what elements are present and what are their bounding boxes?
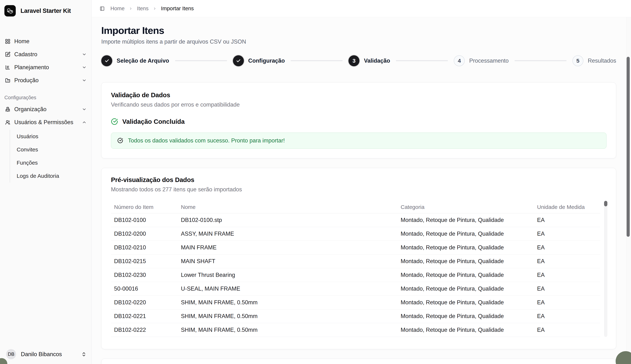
cell-category: Montado, Retoque de Pintura, Qualidade (398, 313, 534, 320)
table-row: DB102-0222 SHIM, MAIN FRAME, 0.50mm Mont… (111, 323, 600, 337)
next-card-partial (101, 359, 616, 364)
table-row: DB102-0215 MAIN SHAFT Montado, Retoque d… (111, 254, 600, 268)
data-preview-card: Pré-visualização dos Dados Mostrando tod… (101, 168, 616, 349)
sidebar-item-label: Home (14, 38, 30, 45)
cell-category: Montado, Retoque de Pintura, Qualidade (398, 272, 534, 278)
app-logo-row[interactable]: Laravel Starter Kit (0, 5, 92, 16)
table-row: DB102-0220 SHIM, MAIN FRAME, 0.50mm Mont… (111, 296, 600, 310)
breadcrumb-current: Importar Itens (161, 6, 194, 12)
table-row: DB102-0200 ASSY, MAIN FRAME Montado, Ret… (111, 227, 600, 241)
cell-unit: EA (534, 244, 600, 251)
page-subtitle: Importe múltiplos itens a partir de arqu… (101, 38, 616, 45)
success-alert-text: Todos os dados validados com sucesso. Pr… (128, 137, 285, 144)
cell-name: U-SEAL, MAIN FRAME (178, 286, 398, 292)
cell-item-number: DB102-0221 (111, 313, 178, 320)
sidebar-item-producao[interactable]: Produção (2, 74, 89, 87)
step-check-icon (101, 55, 112, 66)
validation-card-title: Validação de Dados (111, 91, 606, 99)
cell-name: DB102-0100.stp (178, 217, 398, 224)
sidebar-item-cadastro[interactable]: Cadastro (2, 48, 89, 61)
user-name: Danilo Bibancos (21, 351, 62, 358)
cell-unit: EA (534, 327, 600, 333)
step-label: Validação (364, 58, 390, 64)
table-scrollbar-track[interactable] (604, 200, 608, 337)
preview-table: Número do Item Nome Categoria Unidade de… (111, 201, 606, 337)
page-scrollbar-thumb[interactable] (626, 57, 630, 237)
cell-name: SHIM, MAIN FRAME, 0.50mm (178, 327, 398, 333)
avatar: DB (6, 349, 16, 359)
preview-card-title: Pré-visualização dos Dados (111, 176, 606, 184)
sidebar-item-organizacao[interactable]: Organização (2, 103, 89, 116)
cell-category: Montado, Retoque de Pintura, Qualidade (398, 299, 534, 306)
user-menu[interactable]: DB Danilo Bibancos (0, 346, 92, 364)
sidebar-item-usuarios-permissoes[interactable]: Usuários & Permissões (2, 116, 89, 129)
sidebar-subitem-usuarios[interactable]: Usuários (10, 130, 89, 143)
step-number: 3 (348, 55, 360, 66)
sidebar-subitem-funcoes[interactable]: Funções (10, 156, 89, 169)
step-check-icon (233, 55, 244, 66)
sidebar-subitem-convites[interactable]: Convites (10, 143, 89, 156)
cell-category: Montado, Retoque de Pintura, Qualidade (398, 230, 534, 237)
sidebar-item-label: Planejamento (14, 64, 49, 71)
sidebar-item-label: Usuários & Permissões (14, 119, 73, 126)
chevron-down-icon (82, 52, 86, 57)
submenu-label: Usuários (17, 133, 38, 140)
sidebar-spacer (0, 182, 92, 346)
import-stepper: Seleção de Arquivo Configuração 3 Valida… (101, 55, 616, 66)
sidebar-subitem-logs-auditoria[interactable]: Logs de Auditoria (10, 169, 89, 182)
table-row: DB102-0100 DB102-0100.stp Montado, Retoq… (111, 213, 600, 227)
validation-status-heading: Validação Concluída (122, 118, 184, 125)
app-window: Laravel Starter Kit Home Cadastro Planej… (0, 0, 631, 364)
cell-unit: EA (534, 217, 600, 224)
sidebar-item-label: Cadastro (14, 51, 37, 58)
step-label: Processamento (469, 58, 508, 64)
topbar: Home Itens Importar Itens (92, 0, 631, 17)
step-label: Seleção de Arquivo (117, 58, 169, 64)
breadcrumb-itens[interactable]: Itens (137, 6, 148, 12)
validation-status: Validação Concluída (111, 118, 606, 125)
table-row: 50-00016 U-SEAL, MAIN FRAME Montado, Ret… (111, 282, 600, 296)
sidebar-submenu: Usuários Convites Funções Logs de Audito… (10, 130, 89, 182)
step-number: 5 (572, 55, 584, 66)
cell-unit: EA (534, 313, 600, 320)
cell-unit: EA (534, 258, 600, 264)
cell-item-number: DB102-0230 (111, 272, 178, 278)
factory-icon (5, 78, 10, 83)
table-scrollbar-thumb[interactable] (604, 201, 608, 206)
validation-card-subtitle: Verificando seus dados por erros e compa… (111, 102, 606, 108)
validation-card: Validação de Dados Verificando seus dado… (101, 82, 616, 158)
table-row: DB102-0210 MAIN FRAME Montado, Retoque d… (111, 241, 600, 254)
cell-item-number: DB102-0100 (111, 217, 178, 224)
sidebar-toggle-icon[interactable] (100, 6, 104, 11)
cell-unit: EA (534, 230, 600, 237)
step-label: Configuração (248, 58, 285, 64)
step-connector (175, 60, 227, 61)
sidebar-item-planejamento[interactable]: Planejamento (2, 61, 89, 74)
building-icon (5, 106, 10, 112)
chevron-down-icon (82, 78, 86, 83)
sidebar: Laravel Starter Kit Home Cadastro Planej… (0, 0, 92, 364)
step-connector (290, 60, 342, 61)
step-number: 4 (454, 55, 465, 66)
chart-icon (5, 65, 10, 70)
chevron-right-icon (153, 7, 156, 10)
cell-item-number: 50-00016 (111, 286, 178, 292)
table-row: DB102-0221 SHIM, MAIN FRAME, 0.50mm Mont… (111, 310, 600, 323)
cell-category: Montado, Retoque de Pintura, Qualidade (398, 217, 534, 224)
cell-unit: EA (534, 272, 600, 278)
sidebar-item-home[interactable]: Home (2, 35, 89, 48)
main-area: Home Itens Importar Itens Importar Itens… (92, 0, 631, 364)
submenu-label: Convites (17, 146, 38, 153)
table-header-row: Número do Item Nome Categoria Unidade de… (111, 201, 600, 213)
page-title: Importar Itens (101, 25, 616, 36)
step-processamento: 4 Processamento (454, 55, 508, 66)
circle-check-icon (111, 118, 118, 125)
cell-category: Montado, Retoque de Pintura, Qualidade (398, 327, 534, 333)
column-header-unit: Unidade de Medida (534, 204, 600, 210)
cell-item-number: DB102-0210 (111, 244, 178, 251)
cell-category: Montado, Retoque de Pintura, Qualidade (398, 258, 534, 264)
breadcrumb-home[interactable]: Home (110, 6, 124, 12)
edit-icon (5, 52, 10, 57)
sidebar-nav: Home Cadastro Planejamento Produção (0, 35, 92, 87)
cell-unit: EA (534, 286, 600, 292)
